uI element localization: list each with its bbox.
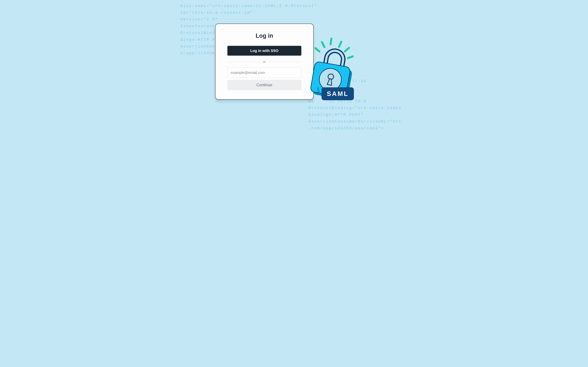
svg-line-2 xyxy=(315,48,319,51)
svg-rect-6 xyxy=(312,64,353,100)
divider-text: or xyxy=(260,60,269,64)
saml-badge: SAML xyxy=(322,87,354,100)
divider: or xyxy=(227,60,301,64)
login-card: Log in Log in with SSO or Continue xyxy=(215,24,314,100)
code-background-right: uest urn:oasis:name:tc:SA a-request-id" … xyxy=(308,71,402,132)
svg-line-3 xyxy=(339,42,341,47)
svg-point-9 xyxy=(328,74,334,80)
svg-point-8 xyxy=(318,67,343,92)
email-input[interactable] xyxy=(227,67,301,78)
sso-button[interactable]: Log in with SSO xyxy=(227,46,301,56)
divider-line-right xyxy=(269,62,301,62)
svg-line-5 xyxy=(348,56,353,58)
svg-line-1 xyxy=(322,42,324,47)
divider-line-left xyxy=(227,62,260,62)
continue-button[interactable]: Continue xyxy=(227,80,301,90)
svg-line-0 xyxy=(330,39,331,44)
card-title: Log in xyxy=(227,33,301,39)
svg-line-4 xyxy=(345,48,349,51)
svg-rect-7 xyxy=(310,61,351,98)
